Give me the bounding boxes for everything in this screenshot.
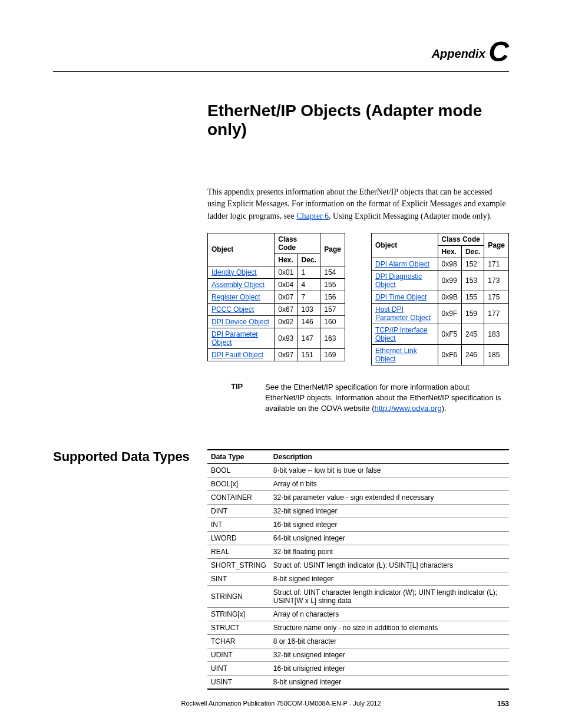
- table-row: Host DPI Parameter Object0x9F159177: [372, 303, 509, 324]
- object-link[interactable]: DPI Time Object: [375, 293, 427, 301]
- cell-desc: Struct of: USINT length indicator (L); U…: [270, 559, 509, 572]
- cell-page: 185: [484, 344, 509, 365]
- object-link[interactable]: DPI Parameter Object: [211, 330, 258, 347]
- page-title: EtherNet/IP Objects (Adapter mode only): [207, 101, 509, 139]
- cell-hex: 0x04: [275, 278, 297, 291]
- table-row: REAL32-bit floating point: [207, 545, 509, 559]
- cell-page: 157: [320, 303, 345, 315]
- cell-hex: 0x99: [438, 270, 461, 291]
- table-row: STRING[x]Array of n characters: [207, 608, 509, 621]
- cell-hex: 0xF5: [438, 324, 461, 344]
- obj-table-left: Object Class Code Page Hex. Dec. Identit…: [207, 233, 345, 361]
- cell-page: 183: [484, 324, 509, 344]
- object-link[interactable]: Register Object: [211, 293, 260, 301]
- col-page: Page: [320, 233, 345, 266]
- table-row: UDINT32-bit unsigned integer: [207, 648, 509, 662]
- cell-desc: 8-bit signed integer: [270, 572, 509, 586]
- cell-dec: 1: [297, 266, 320, 278]
- table-row: STRUCTStructure name only - no size in a…: [207, 621, 509, 635]
- col-object: Object: [208, 233, 275, 266]
- object-link[interactable]: DPI Diagnostic Object: [375, 272, 422, 289]
- tip-block: TIP See the EtherNet/IP specification fo…: [207, 382, 509, 414]
- table-row: Identity Object0x011154: [208, 266, 345, 278]
- cell-dec: 151: [297, 348, 320, 361]
- col-hex: Hex.: [438, 245, 461, 258]
- cell-type: USINT: [207, 676, 270, 690]
- cell-type: REAL: [207, 545, 270, 559]
- cell-desc: 16-bit unsigned integer: [270, 662, 509, 676]
- col-classcode: Class Code: [438, 233, 484, 245]
- page-footer: Rockwell Automation Publication 750COM-U…: [53, 700, 509, 707]
- chapter-link[interactable]: Chapter 6: [296, 212, 329, 220]
- cell-hex: 0x07: [275, 291, 297, 303]
- odva-link[interactable]: http://www.odva.org: [374, 404, 441, 413]
- table-row: UINT16-bit unsigned integer: [207, 662, 509, 676]
- cell-dec: 245: [461, 324, 484, 344]
- tip-text: See the EtherNet/IP specification for mo…: [265, 382, 509, 414]
- object-link[interactable]: TCP/IP Interface Object: [375, 326, 427, 342]
- cell-type: BOOL[x]: [207, 477, 270, 491]
- table-row: DINT32-bit signed integer: [207, 505, 509, 518]
- table-row: DPI Device Object0x92146160: [208, 315, 345, 328]
- table-row: DPI Time Object0x9B155175: [372, 291, 509, 303]
- cell-type: TCHAR: [207, 635, 270, 648]
- cell-dec: 155: [461, 291, 484, 303]
- object-link[interactable]: Ethernet Link Object: [375, 347, 417, 363]
- col-classcode: Class Code: [275, 233, 320, 253]
- tip-label: TIP: [207, 382, 249, 414]
- object-link[interactable]: DPI Fault Object: [211, 351, 263, 359]
- cell-type: LWORD: [207, 532, 270, 545]
- table-row: DPI Diagnostic Object0x99153173: [372, 270, 509, 291]
- object-link[interactable]: Assembly Object: [211, 281, 265, 289]
- cell-desc: 16-bit signed integer: [270, 518, 509, 532]
- cell-type: UINT: [207, 662, 270, 676]
- page-number: 153: [497, 700, 509, 708]
- object-link[interactable]: DPI Device Object: [211, 318, 269, 326]
- cell-desc: 8-bit unsigned integer: [270, 676, 509, 690]
- tip-text-b: ).: [442, 404, 447, 413]
- cell-desc: 32-bit floating point: [270, 545, 509, 559]
- cell-page: 169: [320, 348, 345, 361]
- cell-hex: 0x67: [275, 303, 297, 315]
- table-row: Ethernet Link Object0xF6246185: [372, 344, 509, 365]
- table-row: Assembly Object0x044155: [208, 278, 345, 291]
- cell-desc: 8-bit value -- low bit is true or false: [270, 464, 509, 477]
- cell-hex: 0x9F: [438, 303, 461, 324]
- cell-hex: 0x9B: [438, 291, 461, 303]
- cell-type: STRINGN: [207, 586, 270, 608]
- table-row: INT16-bit signed integer: [207, 518, 509, 532]
- cell-dec: 159: [461, 303, 484, 324]
- cell-page: 163: [320, 328, 345, 348]
- cell-page: 175: [484, 291, 509, 303]
- table-row: TCHAR8 or 16-bit character: [207, 635, 509, 648]
- cell-desc: 64-bit unsigned integer: [270, 532, 509, 545]
- table-row: PCCC Object0x67103157: [208, 303, 345, 315]
- objects-table-right: Object Class Code Page Hex. Dec. DPI Ala…: [371, 233, 509, 365]
- header-rule: [53, 71, 509, 72]
- object-link[interactable]: PCCC Object: [211, 305, 254, 314]
- object-link[interactable]: Host DPI Parameter Object: [375, 305, 431, 322]
- cell-dec: 246: [461, 344, 484, 365]
- col-dec: Dec.: [297, 253, 320, 266]
- cell-desc: 32-bit parameter value - sign extended i…: [270, 491, 509, 505]
- cell-dec: 153: [461, 270, 484, 291]
- cell-dec: 4: [297, 278, 320, 291]
- cell-dec: 147: [297, 328, 320, 348]
- datatypes-section: Supported Data Types Data Type Descripti…: [53, 449, 509, 690]
- object-link[interactable]: DPI Alarm Object: [375, 260, 429, 268]
- cell-dec: 146: [297, 315, 320, 328]
- appendix-header: Appendix C: [53, 35, 509, 68]
- table-row: Register Object0x077156: [208, 291, 345, 303]
- datatypes-table: Data Type Description BOOL8-bit value --…: [207, 449, 509, 690]
- cell-type: SINT: [207, 572, 270, 586]
- cell-page: 173: [484, 270, 509, 291]
- object-link[interactable]: Identity Object: [211, 268, 257, 276]
- cell-hex: 0xF6: [438, 344, 461, 365]
- intro-paragraph: This appendix presents information about…: [207, 186, 509, 222]
- cell-desc: 32-bit unsigned integer: [270, 648, 509, 662]
- col-hex: Hex.: [275, 253, 297, 266]
- col-dec: Dec.: [461, 245, 484, 258]
- table-row: STRINGNStruct of: UINT character length …: [207, 586, 509, 608]
- col-datatype: Data Type: [207, 450, 270, 464]
- appendix-letter: C: [488, 36, 509, 67]
